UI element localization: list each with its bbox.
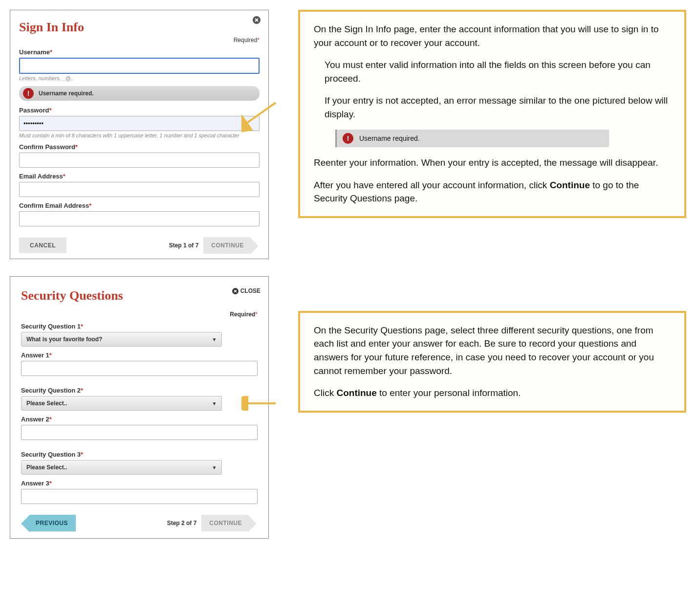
callout-arrow-icon [241,396,281,411]
security-questions-card: CLOSE Security Questions Required* Secur… [10,276,269,539]
username-label: Username [19,48,50,56]
q3-label: Security Question 3 [21,451,81,458]
password-hint: Must contain a min of 8 characters with … [19,132,260,138]
a2-input[interactable] [21,425,258,440]
error-sample-text: Username required. [359,133,420,143]
username-hint: Letters, numbers, _@,. [19,75,260,81]
error-sample: ! Username required. [335,130,609,147]
username-input[interactable] [19,58,260,74]
step-indicator: Step 2 of 7 [167,520,197,527]
required-note: Required* [21,311,258,318]
confirm-password-field: Confirm Password* [19,143,260,168]
a3-label: Answer 3 [21,480,49,487]
continue-button[interactable]: CONTINUE [201,515,248,531]
card-title: Sign In Info [19,20,260,35]
close-icon[interactable] [253,16,261,26]
callout-text: If your entry is not accepted, an error … [314,94,671,121]
email-input[interactable] [19,182,260,197]
callout-text: You must enter valid information into al… [314,58,671,85]
callout-text: After you have entered all your account … [314,178,671,205]
chevron-down-icon: ▼ [212,465,217,470]
cancel-button[interactable]: CANCEL [19,238,66,253]
confirm-email-label: Confirm Email Address [19,202,89,209]
a1-input[interactable] [21,361,258,376]
q3-select[interactable]: Please Select.. ▼ [21,460,222,475]
q1-select[interactable]: What is your favorite food? ▼ [21,332,222,347]
a3-input[interactable] [21,489,258,504]
password-label: Password [19,107,49,114]
svg-line-2 [244,103,276,125]
callout-text: Reenter your information. When your entr… [314,156,671,170]
sign-in-info-card: Sign In Info Required* Username* Letters… [10,10,269,259]
footer-row: PREVIOUS Step 2 of 7 CONTINUE [21,515,258,531]
callout-arrow-icon [241,98,281,132]
confirm-password-label: Confirm Password [19,143,75,151]
continue-button[interactable]: CONTINUE [203,237,250,254]
chevron-down-icon: ▼ [212,401,217,406]
close-button[interactable]: CLOSE [232,287,261,294]
confirm-email-input[interactable] [19,211,260,226]
chevron-down-icon: ▼ [212,337,217,342]
email-label: Email Address [19,173,63,180]
a2-label: Answer 2 [21,416,49,423]
email-field: Email Address* [19,173,260,197]
error-icon: ! [23,88,34,99]
callout-text: Click Continue to enter your personal in… [314,386,671,400]
confirm-email-field: Confirm Email Address* [19,202,260,226]
callout-text: On the Sign In Info page, enter the acco… [314,22,671,49]
step-indicator: Step 1 of 7 [169,242,199,249]
previous-button[interactable]: PREVIOUS [30,515,76,531]
error-text: Username required. [39,90,94,97]
confirm-password-input[interactable] [19,153,260,168]
error-icon: ! [343,133,353,144]
q2-label: Security Question 2 [21,387,81,394]
q2-select[interactable]: Please Select.. ▼ [21,396,222,411]
a1-label: Answer 1 [21,352,49,359]
callout-security: On the Security Questions page, select t… [298,311,686,413]
username-field: Username* Letters, numbers, _@,. [19,48,260,81]
q1-label: Security Question 1 [21,323,81,330]
callout-text: On the Security Questions page, select t… [314,324,671,377]
required-note: Required* [19,37,260,44]
callout-signin: On the Sign In Info page, enter the acco… [298,10,686,218]
close-label: CLOSE [240,287,261,294]
password-input[interactable] [19,116,260,131]
password-field: Password* Must contain a min of 8 charac… [19,107,260,138]
username-error-banner: ! Username required. [19,86,260,101]
footer-row: CANCEL Step 1 of 7 CONTINUE [19,237,260,254]
card-title: Security Questions [21,288,258,303]
